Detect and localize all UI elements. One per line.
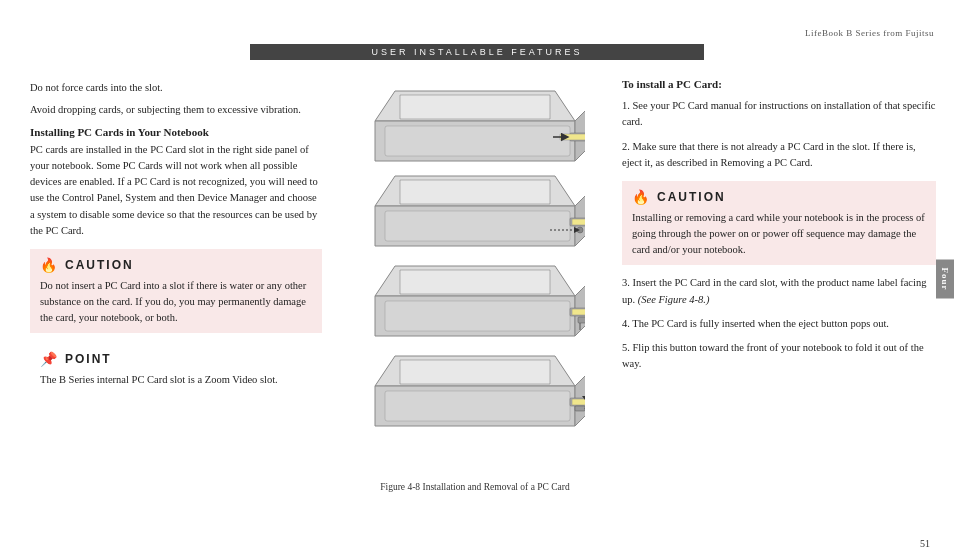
svg-rect-4 xyxy=(385,126,570,156)
intro-text-2: Avoid dropping cards, or subjecting them… xyxy=(30,102,322,118)
left-caution-box: 🔥 CAUTION Do not insert a PC Card into a… xyxy=(30,249,322,333)
step-2-text: Make sure that there is not already a PC… xyxy=(622,141,916,168)
right-column: To install a PC Card: 1. See your PC Car… xyxy=(610,68,954,557)
step-4-text: The PC Card is fully inserted when the e… xyxy=(632,318,889,329)
svg-rect-34 xyxy=(575,406,585,411)
left-caution-text: Do not insert a PC Card into a slot if t… xyxy=(40,278,312,325)
step-4: 4. The PC Card is fully inserted when th… xyxy=(622,316,936,332)
svg-marker-30 xyxy=(400,360,550,384)
svg-rect-14 xyxy=(572,219,585,225)
right-caution-label: CAUTION xyxy=(657,190,726,204)
svg-rect-33 xyxy=(572,399,585,405)
step-2: 2. Make sure that there is not already a… xyxy=(622,139,936,172)
svg-rect-22 xyxy=(385,301,570,331)
left-caution-header: 🔥 CAUTION xyxy=(40,257,312,273)
svg-rect-25 xyxy=(578,317,585,323)
svg-marker-3 xyxy=(400,95,550,119)
svg-marker-11 xyxy=(400,180,550,204)
figure-container: Figure 4-8 Installation and Removal of a… xyxy=(350,76,600,492)
right-section-title: To install a PC Card: xyxy=(622,78,936,90)
point-box: 📌 POINT The B Series internal PC Card sl… xyxy=(30,343,322,396)
svg-rect-12 xyxy=(385,211,570,241)
installing-cards-body: PC cards are installed in the PC Card sl… xyxy=(30,142,322,240)
step-4-num: 4. xyxy=(622,318,632,329)
page-number: 51 xyxy=(920,538,930,549)
center-column: Figure 4-8 Installation and Removal of a… xyxy=(340,68,610,557)
step-5-num: 5. xyxy=(622,342,633,353)
right-caution-box: 🔥 CAUTION Installing or removing a card … xyxy=(622,181,936,265)
page-tab: Four xyxy=(936,259,954,298)
svg-rect-31 xyxy=(385,391,570,421)
step-5: 5. Flip this button toward the front of … xyxy=(622,340,936,373)
step-2-num: 2. xyxy=(622,141,633,152)
header-title-bar: User Installable Features xyxy=(250,44,704,60)
right-caution-text: Installing or removing a card while your… xyxy=(632,210,926,257)
left-column: Do not force cards into the slot. Avoid … xyxy=(0,68,340,557)
figure-illustration xyxy=(365,76,585,476)
header-title-right: LifeBook B Series from Fujitsu xyxy=(805,28,934,38)
point-text: The B Series internal PC Card slot is a … xyxy=(40,372,312,388)
left-caution-label: CAUTION xyxy=(65,258,134,272)
step-1: 1. See your PC Card manual for instructi… xyxy=(622,98,936,131)
step-1-text: See your PC Card manual for instructions… xyxy=(622,100,935,127)
header: LifeBook B Series from Fujitsu xyxy=(0,28,954,38)
main-content: Do not force cards into the slot. Avoid … xyxy=(0,68,954,557)
svg-marker-21 xyxy=(400,270,550,294)
step-3-num: 3. xyxy=(622,277,633,288)
step-3: 3. Insert the PC Card in the card slot, … xyxy=(622,275,936,308)
step-1-num: 1. xyxy=(622,100,633,111)
svg-rect-24 xyxy=(572,309,585,315)
svg-marker-2 xyxy=(575,101,585,161)
intro-text-1: Do not force cards into the slot. xyxy=(30,80,322,96)
point-icon: 📌 xyxy=(40,351,59,367)
point-header: 📌 POINT xyxy=(40,351,312,367)
figure-caption: Figure 4-8 Installation and Removal of a… xyxy=(380,482,569,492)
right-caution-icon: 🔥 xyxy=(632,189,651,205)
point-label: POINT xyxy=(65,352,112,366)
right-caution-header: 🔥 CAUTION xyxy=(632,189,926,205)
step-3-italic: (See Figure 4-8.) xyxy=(638,294,710,305)
step-5-text: Flip this button toward the front of you… xyxy=(622,342,924,369)
svg-marker-10 xyxy=(575,186,585,246)
installing-cards-title: Installing PC Cards in Your Notebook xyxy=(30,126,322,138)
caution-icon: 🔥 xyxy=(40,257,59,273)
